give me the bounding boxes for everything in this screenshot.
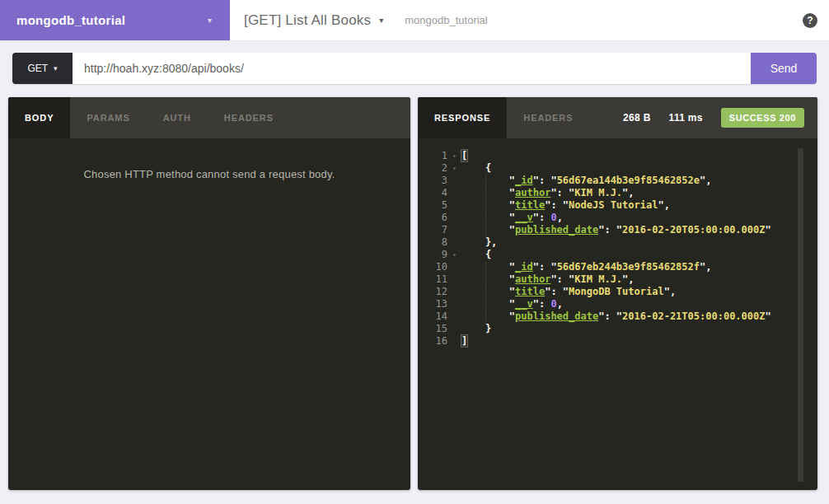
workspace-selector[interactable]: mongodb_tutorial ▾	[0, 0, 230, 40]
code-text: "_id": "56d67eb244b3e9f85462852f",	[461, 261, 817, 273]
response-size: 268 B	[623, 112, 651, 124]
indent-guide	[485, 286, 486, 298]
indent-guide	[485, 310, 486, 323]
request-panel: BODY PARAMS AUTH HEADERS Chosen HTTP met…	[8, 97, 410, 490]
code-text: "published_date": "2016-02-20T05:00:00.0…	[461, 224, 817, 236]
url-input[interactable]	[73, 53, 751, 84]
fold-spacer	[447, 335, 461, 348]
fold-spacer	[447, 273, 461, 286]
fold-spacer	[447, 212, 461, 224]
tab-body[interactable]: BODY	[8, 97, 70, 138]
chevron-down-icon: ▾	[208, 16, 212, 25]
url-bar: GET ▾ Send	[12, 53, 817, 84]
send-button[interactable]: Send	[751, 53, 817, 84]
code-text: "title": "NodeJS Tutorial",	[461, 199, 817, 212]
status-badge: SUCCESS 200	[721, 108, 804, 128]
tab-params[interactable]: PARAMS	[70, 97, 146, 138]
code-line: 4 "author": "KIM M.J.",	[418, 187, 817, 199]
line-number: 4	[418, 187, 447, 199]
fold-spacer	[447, 310, 461, 323]
indent-guide	[485, 261, 486, 273]
line-number: 5	[418, 199, 447, 212]
code-text: "published_date": "2016-02-21T05:00:00.0…	[461, 310, 817, 323]
chevron-down-icon: ▾	[54, 64, 58, 72]
fold-spacer	[447, 323, 461, 335]
code-line: 13 "__v": 0,	[418, 298, 817, 310]
fold-spacer	[447, 236, 461, 249]
code-line: 1▾[	[418, 150, 817, 162]
line-number: 9	[418, 249, 447, 261]
line-number: 3	[418, 175, 447, 187]
method-label: GET	[27, 63, 48, 74]
fold-spacer	[447, 224, 461, 236]
code-text: }	[461, 323, 817, 335]
fold-spacer	[447, 187, 461, 199]
method-dropdown[interactable]: GET ▾	[12, 53, 73, 84]
fold-spacer	[447, 199, 461, 212]
scrollbar[interactable]	[798, 148, 803, 482]
line-number: 6	[418, 212, 447, 224]
line-number: 16	[418, 335, 447, 348]
line-number: 14	[418, 310, 447, 323]
code-line: 2▾ {	[418, 162, 817, 175]
code-text: {	[461, 249, 817, 261]
line-number: 1	[418, 150, 447, 162]
indent-guide	[485, 187, 486, 199]
fold-spacer	[447, 286, 461, 298]
fold-spacer	[447, 261, 461, 273]
tab-response-headers[interactable]: HEADERS	[507, 97, 589, 138]
code-line: 15 }	[418, 323, 817, 335]
request-tabbar: BODY PARAMS AUTH HEADERS	[8, 97, 410, 138]
code-text: ]	[461, 335, 817, 348]
code-line: 8 },	[418, 236, 817, 249]
code-text: [	[461, 150, 817, 162]
top-bar: mongodb_tutorial ▾ [GET] List All Books …	[0, 0, 829, 41]
line-number: 10	[418, 261, 447, 273]
response-panel: RESPONSE HEADERS 268 B 111 ms SUCCESS 20…	[418, 97, 817, 490]
code-line: 6 "__v": 0,	[418, 212, 817, 224]
line-number: 15	[418, 323, 447, 335]
tab-auth[interactable]: AUTH	[147, 97, 208, 138]
help-button[interactable]: ?	[803, 13, 817, 28]
indent-guide	[485, 212, 486, 224]
response-time: 111 ms	[669, 112, 703, 124]
workspace-name: mongodb_tutorial	[16, 13, 208, 27]
code-text: },	[461, 236, 817, 249]
indent-guide	[485, 298, 486, 310]
line-number: 12	[418, 286, 447, 298]
code-line: 9▾ {	[418, 249, 817, 261]
indent-guide	[485, 175, 486, 187]
line-number: 13	[418, 298, 447, 310]
fold-spacer	[447, 298, 461, 310]
code-line: 11 "author": "KIM M.J.",	[418, 273, 817, 286]
code-line: 12 "title": "MongoDB Tutorial",	[418, 286, 817, 298]
fold-toggle-icon[interactable]: ▾	[447, 162, 461, 175]
response-code: 1▾[2▾ {3 "_id": "56d67ea144b3e9f85462852…	[418, 138, 817, 490]
fold-toggle-icon[interactable]: ▾	[447, 249, 461, 261]
indent-guide	[485, 224, 486, 236]
code-text: {	[461, 162, 817, 175]
code-text: "author": "KIM M.J.",	[461, 273, 817, 286]
code-line: 3 "_id": "56d67ea144b3e9f85462852e",	[418, 175, 817, 187]
request-title[interactable]: [GET] List All Books	[244, 12, 371, 29]
tab-headers[interactable]: HEADERS	[208, 97, 290, 138]
fold-spacer	[447, 175, 461, 187]
code-text: "_id": "56d67ea144b3e9f85462852e",	[461, 175, 817, 187]
code-text: "author": "KIM M.J.",	[461, 187, 817, 199]
chevron-down-icon[interactable]: ▾	[379, 16, 383, 25]
tab-response[interactable]: RESPONSE	[418, 97, 507, 138]
request-subtitle: mongodb_tutorial	[405, 14, 487, 26]
code-line: 14 "published_date": "2016-02-21T05:00:0…	[418, 310, 817, 323]
code-text: "__v": 0,	[461, 212, 817, 224]
code-text: "__v": 0,	[461, 298, 817, 310]
fold-toggle-icon[interactable]: ▾	[447, 150, 461, 162]
request-body-message: Chosen HTTP method cannot send a request…	[8, 138, 410, 180]
code-line: 16]	[418, 335, 817, 348]
panel-divider[interactable]	[410, 97, 418, 490]
line-number: 2	[418, 162, 447, 175]
code-line: 7 "published_date": "2016-02-20T05:00:00…	[418, 224, 817, 236]
indent-guide	[485, 273, 486, 286]
line-number: 11	[418, 273, 447, 286]
response-tabbar: RESPONSE HEADERS 268 B 111 ms SUCCESS 20…	[418, 97, 817, 138]
indent-guide	[485, 199, 486, 212]
